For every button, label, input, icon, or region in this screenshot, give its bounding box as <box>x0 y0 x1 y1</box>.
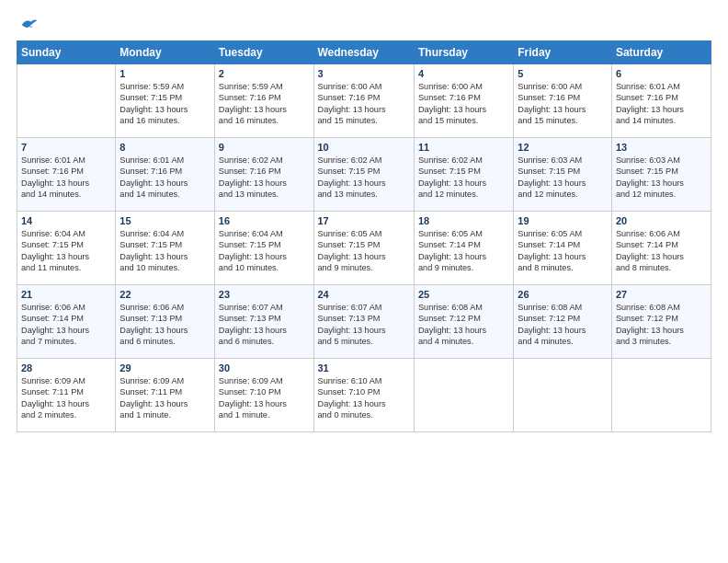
day-info: Sunrise: 6:00 AMSunset: 7:16 PMDaylight:… <box>318 81 410 127</box>
day-cell <box>414 359 513 432</box>
day-info: Sunrise: 6:04 AMSunset: 7:15 PMDaylight:… <box>219 228 310 274</box>
day-cell: 9Sunrise: 6:02 AMSunset: 7:16 PMDaylight… <box>214 138 313 212</box>
col-header-saturday: Saturday <box>611 41 711 64</box>
col-header-wednesday: Wednesday <box>313 41 414 64</box>
day-cell: 13Sunrise: 6:03 AMSunset: 7:15 PMDayligh… <box>611 138 711 212</box>
day-cell: 30Sunrise: 6:09 AMSunset: 7:10 PMDayligh… <box>214 359 313 432</box>
day-number: 22 <box>119 289 210 300</box>
day-number: 7 <box>21 142 111 153</box>
day-number: 26 <box>518 289 608 300</box>
col-header-monday: Monday <box>116 41 214 64</box>
day-cell: 27Sunrise: 6:08 AMSunset: 7:12 PMDayligh… <box>611 285 711 359</box>
day-info: Sunrise: 6:04 AMSunset: 7:15 PMDaylight:… <box>21 228 111 274</box>
day-info: Sunrise: 6:05 AMSunset: 7:14 PMDaylight:… <box>418 228 509 274</box>
day-number: 21 <box>21 289 111 300</box>
day-cell <box>514 359 612 432</box>
day-cell: 10Sunrise: 6:02 AMSunset: 7:15 PMDayligh… <box>313 138 414 212</box>
day-info: Sunrise: 6:02 AMSunset: 7:15 PMDaylight:… <box>318 155 410 201</box>
day-info: Sunrise: 6:03 AMSunset: 7:15 PMDaylight:… <box>518 155 608 201</box>
col-header-friday: Friday <box>514 41 612 64</box>
day-cell: 23Sunrise: 6:07 AMSunset: 7:13 PMDayligh… <box>214 285 313 359</box>
day-cell: 15Sunrise: 6:04 AMSunset: 7:15 PMDayligh… <box>116 212 214 285</box>
day-number: 16 <box>219 215 310 226</box>
day-info: Sunrise: 5:59 AMSunset: 7:16 PMDaylight:… <box>219 81 310 127</box>
logo-bird-icon <box>20 17 39 33</box>
day-number: 28 <box>21 362 111 373</box>
day-cell <box>611 359 711 432</box>
day-number: 2 <box>219 68 310 79</box>
day-info: Sunrise: 6:09 AMSunset: 7:11 PMDaylight:… <box>119 375 210 421</box>
day-cell: 28Sunrise: 6:09 AMSunset: 7:11 PMDayligh… <box>17 359 116 432</box>
day-number: 19 <box>518 215 608 226</box>
day-number: 15 <box>119 215 210 226</box>
day-cell: 25Sunrise: 6:08 AMSunset: 7:12 PMDayligh… <box>414 285 513 359</box>
day-info: Sunrise: 6:10 AMSunset: 7:10 PMDaylight:… <box>318 375 410 421</box>
day-number: 13 <box>616 142 707 153</box>
day-cell: 22Sunrise: 6:06 AMSunset: 7:13 PMDayligh… <box>116 285 214 359</box>
day-info: Sunrise: 6:03 AMSunset: 7:15 PMDaylight:… <box>616 155 707 201</box>
day-number: 20 <box>616 215 707 226</box>
day-number: 24 <box>318 289 410 300</box>
day-cell: 14Sunrise: 6:04 AMSunset: 7:15 PMDayligh… <box>17 212 116 285</box>
day-info: Sunrise: 6:06 AMSunset: 7:14 PMDaylight:… <box>21 302 111 348</box>
day-number: 9 <box>219 142 310 153</box>
day-cell: 24Sunrise: 6:07 AMSunset: 7:13 PMDayligh… <box>313 285 414 359</box>
day-cell: 31Sunrise: 6:10 AMSunset: 7:10 PMDayligh… <box>313 359 414 432</box>
day-number: 6 <box>616 68 707 79</box>
day-number: 1 <box>119 68 210 79</box>
day-number: 12 <box>518 142 608 153</box>
day-cell: 29Sunrise: 6:09 AMSunset: 7:11 PMDayligh… <box>116 359 214 432</box>
day-info: Sunrise: 6:04 AMSunset: 7:15 PMDaylight:… <box>119 228 210 274</box>
day-cell: 5Sunrise: 6:00 AMSunset: 7:16 PMDaylight… <box>514 64 612 138</box>
day-info: Sunrise: 6:01 AMSunset: 7:16 PMDaylight:… <box>21 155 111 201</box>
day-cell: 18Sunrise: 6:05 AMSunset: 7:14 PMDayligh… <box>414 212 513 285</box>
day-info: Sunrise: 5:59 AMSunset: 7:15 PMDaylight:… <box>119 81 210 127</box>
week-row-3: 14Sunrise: 6:04 AMSunset: 7:15 PMDayligh… <box>17 212 711 285</box>
day-number: 17 <box>318 215 410 226</box>
week-row-4: 21Sunrise: 6:06 AMSunset: 7:14 PMDayligh… <box>17 285 711 359</box>
day-cell: 20Sunrise: 6:06 AMSunset: 7:14 PMDayligh… <box>611 212 711 285</box>
logo <box>17 17 40 33</box>
day-cell: 3Sunrise: 6:00 AMSunset: 7:16 PMDaylight… <box>313 64 414 138</box>
day-number: 27 <box>616 289 707 300</box>
day-cell: 16Sunrise: 6:04 AMSunset: 7:15 PMDayligh… <box>214 212 313 285</box>
day-info: Sunrise: 6:08 AMSunset: 7:12 PMDaylight:… <box>518 302 608 348</box>
day-cell: 12Sunrise: 6:03 AMSunset: 7:15 PMDayligh… <box>514 138 612 212</box>
col-header-tuesday: Tuesday <box>214 41 313 64</box>
day-info: Sunrise: 6:05 AMSunset: 7:15 PMDaylight:… <box>318 228 410 274</box>
calendar-table: SundayMondayTuesdayWednesdayThursdayFrid… <box>17 40 711 432</box>
day-number: 3 <box>318 68 410 79</box>
day-info: Sunrise: 6:05 AMSunset: 7:14 PMDaylight:… <box>518 228 608 274</box>
day-cell: 26Sunrise: 6:08 AMSunset: 7:12 PMDayligh… <box>514 285 612 359</box>
header-row: SundayMondayTuesdayWednesdayThursdayFrid… <box>17 41 711 64</box>
day-cell <box>17 64 116 138</box>
day-number: 29 <box>119 362 210 373</box>
day-cell: 2Sunrise: 5:59 AMSunset: 7:16 PMDaylight… <box>214 64 313 138</box>
day-info: Sunrise: 6:00 AMSunset: 7:16 PMDaylight:… <box>418 81 509 127</box>
day-cell: 17Sunrise: 6:05 AMSunset: 7:15 PMDayligh… <box>313 212 414 285</box>
day-info: Sunrise: 6:07 AMSunset: 7:13 PMDaylight:… <box>219 302 310 348</box>
week-row-2: 7Sunrise: 6:01 AMSunset: 7:16 PMDaylight… <box>17 138 711 212</box>
day-info: Sunrise: 6:02 AMSunset: 7:15 PMDaylight:… <box>418 155 509 201</box>
week-row-1: 1Sunrise: 5:59 AMSunset: 7:15 PMDaylight… <box>17 64 711 138</box>
day-info: Sunrise: 6:01 AMSunset: 7:16 PMDaylight:… <box>119 155 210 201</box>
day-info: Sunrise: 6:09 AMSunset: 7:10 PMDaylight:… <box>219 375 310 421</box>
day-number: 11 <box>418 142 509 153</box>
day-number: 23 <box>219 289 310 300</box>
day-info: Sunrise: 6:08 AMSunset: 7:12 PMDaylight:… <box>418 302 509 348</box>
day-number: 5 <box>518 68 608 79</box>
day-cell: 21Sunrise: 6:06 AMSunset: 7:14 PMDayligh… <box>17 285 116 359</box>
day-info: Sunrise: 6:09 AMSunset: 7:11 PMDaylight:… <box>21 375 111 421</box>
header <box>17 17 711 33</box>
day-cell: 19Sunrise: 6:05 AMSunset: 7:14 PMDayligh… <box>514 212 612 285</box>
day-info: Sunrise: 6:06 AMSunset: 7:13 PMDaylight:… <box>119 302 210 348</box>
day-info: Sunrise: 6:00 AMSunset: 7:16 PMDaylight:… <box>518 81 608 127</box>
col-header-thursday: Thursday <box>414 41 513 64</box>
day-info: Sunrise: 6:07 AMSunset: 7:13 PMDaylight:… <box>318 302 410 348</box>
day-cell: 7Sunrise: 6:01 AMSunset: 7:16 PMDaylight… <box>17 138 116 212</box>
day-number: 10 <box>318 142 410 153</box>
day-number: 4 <box>418 68 509 79</box>
page: SundayMondayTuesdayWednesdayThursdayFrid… <box>0 0 728 563</box>
day-cell: 4Sunrise: 6:00 AMSunset: 7:16 PMDaylight… <box>414 64 513 138</box>
day-info: Sunrise: 6:01 AMSunset: 7:16 PMDaylight:… <box>616 81 707 127</box>
